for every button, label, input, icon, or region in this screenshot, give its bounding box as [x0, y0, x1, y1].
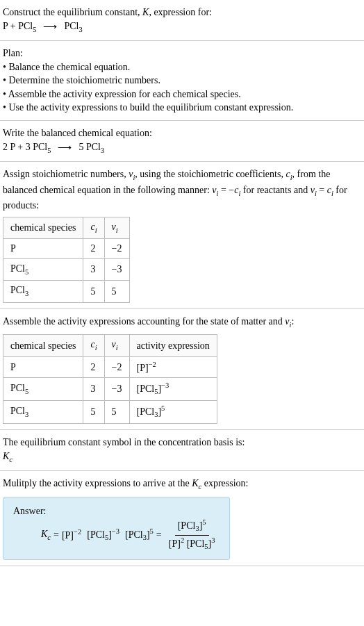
- symbol-line: The equilibrium constant symbol in the c…: [3, 436, 361, 450]
- cell-ci: 5: [83, 401, 104, 424]
- reactants: P + PCl5: [3, 19, 36, 35]
- cell-activity: [PCl5]−3: [129, 377, 217, 400]
- table-header-row: chemical species ci νi: [3, 217, 130, 238]
- cell-nui: −2: [104, 239, 129, 259]
- cell-nui: −3: [104, 258, 129, 280]
- col-ci: ci: [83, 335, 104, 356]
- cell-nui: 5: [104, 401, 129, 424]
- cell-species: PCl3: [3, 401, 83, 424]
- arrow-icon: ⟶: [43, 20, 57, 34]
- cell-nui: −3: [104, 377, 129, 400]
- cell-ci: 2: [83, 356, 104, 377]
- multiply-section: Mulitply the activity expressions to arr…: [0, 471, 364, 566]
- kc-symbol: Kc: [41, 527, 51, 543]
- plan-title: Plan:: [3, 47, 361, 60]
- cell-ci: 5: [83, 281, 104, 302]
- balanced-lhs: 2 P + 3 PCl5: [3, 140, 51, 156]
- products: PCl3: [64, 19, 82, 35]
- col-nui: νi: [104, 217, 129, 238]
- equals: =: [156, 528, 162, 542]
- cell-species: PCl3: [3, 281, 83, 302]
- table-row: PCl3 5 5: [3, 281, 130, 302]
- multiply-line: Mulitply the activity expressions to arr…: [3, 477, 361, 492]
- equals: =: [53, 528, 59, 542]
- table-row: PCl5 3 −3: [3, 258, 130, 280]
- activity-section: Assemble the activity expressions accoun…: [0, 309, 364, 431]
- cell-nui: −2: [104, 356, 129, 377]
- stoich-section: Assign stoichiometric numbers, νi, using…: [0, 162, 364, 309]
- intro-section: Construct the equilibrium constant, K, e…: [0, 0, 364, 41]
- intro-line: Construct the equilibrium constant, K, e…: [3, 6, 361, 19]
- intro-text-b: , expression for:: [149, 7, 212, 17]
- unbalanced-equation: P + PCl5 ⟶ PCl3: [3, 19, 361, 35]
- cell-activity: [PCl3]5: [129, 401, 217, 424]
- cell-ci: 2: [83, 239, 104, 259]
- cell-species: P: [3, 239, 83, 259]
- denominator: [P]2 [PCl5]3: [166, 536, 218, 552]
- stoich-table: chemical species ci νi P 2 −2 PCl5 3 −3 …: [3, 217, 130, 303]
- balanced-rhs: 5 PCl3: [78, 140, 104, 156]
- col-species: chemical species: [3, 217, 83, 238]
- term: [PCl5]−3: [87, 527, 119, 543]
- plan-bullet: • Use the activity expressions to build …: [3, 101, 361, 115]
- table-row: PCl5 3 −3 [PCl5]−3: [3, 377, 217, 400]
- cell-ci: 3: [83, 258, 104, 280]
- answer-label: Answer:: [13, 504, 220, 518]
- answer-box: Answer: Kc = [P]−2 [PCl5]−3 [PCl3]5 = [P…: [3, 497, 230, 560]
- plan-bullet: • Assemble the activity expression for e…: [3, 88, 361, 101]
- balanced-equation: 2 P + 3 PCl5 ⟶ 5 PCl3: [3, 140, 361, 156]
- col-nui: νi: [104, 335, 129, 356]
- stoich-intro: Assign stoichiometric numbers, νi, using…: [3, 167, 361, 213]
- term: [PCl3]5: [125, 527, 154, 543]
- arrow-icon: ⟶: [58, 141, 72, 155]
- cell-nui: 5: [104, 281, 129, 302]
- table-header-row: chemical species ci νi activity expressi…: [3, 335, 217, 356]
- table-row: P 2 −2: [3, 239, 130, 259]
- numerator: [PCl3]5: [175, 518, 209, 535]
- answer-equation: Kc = [P]−2 [PCl5]−3 [PCl3]5 = [PCl3]5 [P…: [41, 518, 220, 552]
- plan-bullet: • Determine the stoichiometric numbers.: [3, 74, 361, 88]
- plan-bullet: • Balance the chemical equation.: [3, 60, 361, 74]
- cell-species: PCl5: [3, 377, 83, 400]
- activity-intro: Assemble the activity expressions accoun…: [3, 315, 361, 330]
- intro-text: Construct the equilibrium constant,: [3, 7, 142, 17]
- balanced-section: Write the balanced chemical equation: 2 …: [0, 121, 364, 162]
- symbol-kc: Kc: [3, 450, 361, 465]
- col-activity: activity expression: [129, 335, 217, 356]
- fraction: [PCl3]5 [P]2 [PCl5]3: [166, 518, 218, 552]
- cell-activity: [P]−2: [129, 356, 217, 377]
- balanced-title: Write the balanced chemical equation:: [3, 126, 361, 140]
- plan-section: Plan: • Balance the chemical equation. •…: [0, 41, 364, 121]
- table-row: PCl3 5 5 [PCl3]5: [3, 401, 217, 424]
- K-symbol: K: [142, 7, 149, 17]
- col-ci: ci: [83, 217, 104, 238]
- cell-species: PCl5: [3, 258, 83, 280]
- symbol-section: The equilibrium constant symbol in the c…: [0, 430, 364, 471]
- activity-table: chemical species ci νi activity expressi…: [3, 334, 217, 424]
- cell-species: P: [3, 356, 83, 377]
- cell-ci: 3: [83, 377, 104, 400]
- col-species: chemical species: [3, 335, 83, 356]
- term: [P]−2: [62, 527, 81, 542]
- table-row: P 2 −2 [P]−2: [3, 356, 217, 377]
